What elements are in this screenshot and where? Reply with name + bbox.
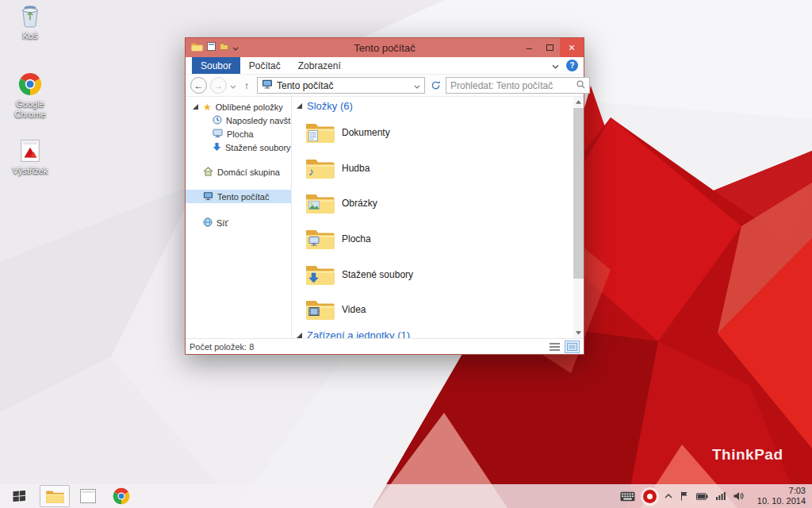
volume-icon[interactable] <box>733 491 745 501</box>
expander-icon[interactable] <box>193 104 198 110</box>
group-header-label: Zařízení a jednotky (1) <box>307 329 410 338</box>
desktop-icon-chrome[interactable]: Google Chrome <box>5 71 56 119</box>
address-breadcrumb[interactable]: Tento počítač <box>277 80 333 91</box>
window-body: ★ Oblíbené položky Naposledy navštívené <box>186 97 584 338</box>
view-toggles <box>547 341 580 353</box>
scroll-down-icon[interactable] <box>573 328 584 338</box>
maximize-button[interactable] <box>539 38 560 57</box>
battery-icon[interactable] <box>696 493 708 500</box>
address-dropdown-chevron-icon[interactable] <box>414 80 420 91</box>
taskbar-app-window[interactable] <box>73 485 103 507</box>
computer-icon <box>203 191 213 202</box>
app-window-icon <box>80 489 96 503</box>
new-folder-icon[interactable] <box>220 42 228 53</box>
desktop-icon <box>213 129 223 140</box>
sidebar-item-label: Stažené soubory <box>225 143 291 152</box>
desktop-icon-snippet[interactable]: Výstřižek <box>5 138 56 176</box>
search-input[interactable] <box>450 80 573 91</box>
film-strip-icon <box>308 307 320 316</box>
start-button[interactable] <box>0 484 38 508</box>
recent-pages-chevron-icon[interactable] <box>230 80 236 91</box>
navigation-bar: ← → ↑ Tento počítač <box>186 75 584 97</box>
icons-view-button[interactable] <box>565 341 580 353</box>
details-view-button[interactable] <box>547 341 562 353</box>
lenovo-utility-icon[interactable] <box>643 490 657 503</box>
chrome-icon <box>113 487 130 505</box>
clock-date: 10. 10. 2014 <box>757 496 806 506</box>
group-header-label: Složky (6) <box>307 100 353 112</box>
touch-keyboard-icon[interactable] <box>620 491 635 502</box>
qat-customize-chevron-icon[interactable] <box>232 42 239 53</box>
scroll-up-icon[interactable] <box>573 97 584 107</box>
tab-zobrazeni[interactable]: Zobrazení <box>289 57 350 74</box>
item-count-label: Počet položek: 8 <box>190 342 254 352</box>
caption-buttons: – × <box>519 38 584 57</box>
sidebar-item-desktop[interactable]: Plocha <box>186 127 291 140</box>
sidebar-item-label: Naposledy navštívené <box>226 116 292 125</box>
scrollbar-thumb[interactable] <box>573 108 584 279</box>
up-button[interactable]: ↑ <box>239 78 254 94</box>
snippet-file-icon <box>20 138 40 164</box>
group-header-devices[interactable]: Zařízení a jednotky (1) <box>297 329 410 338</box>
close-button[interactable]: × <box>560 38 584 57</box>
folder-item-obrazky[interactable]: Obrázky <box>304 187 377 219</box>
network-signal-icon[interactable] <box>716 492 726 500</box>
status-bar: Počet položek: 8 <box>186 338 584 354</box>
sidebar-item-network[interactable]: Síť <box>186 216 291 229</box>
taskbar-file-explorer[interactable] <box>40 485 70 507</box>
sidebar-item-this-pc[interactable]: Tento počítač <box>186 190 291 203</box>
action-center-flag-icon[interactable] <box>680 491 688 501</box>
refresh-button[interactable] <box>428 80 442 90</box>
desktop-icon-label: Výstřižek <box>13 166 48 176</box>
back-button[interactable]: ← <box>190 77 207 94</box>
folder-label: Obrázky <box>342 198 377 209</box>
desktop-icon-label: Koš <box>23 31 38 41</box>
minimize-button[interactable]: – <box>519 38 539 57</box>
clock-time: 7:03 <box>757 486 806 496</box>
folder-item-plocha[interactable]: Plocha <box>304 223 371 255</box>
search-box <box>446 77 590 94</box>
folder-item-videa[interactable]: Videa <box>304 294 366 325</box>
sidebar-item-homegroup[interactable]: Domácí skupina <box>186 165 291 179</box>
ribbon-collapse-chevron-icon[interactable] <box>552 60 559 71</box>
quick-access-toolbar <box>186 42 239 54</box>
title-bar[interactable]: Tento počítač – × <box>186 38 584 57</box>
windows-logo-icon <box>13 491 26 502</box>
navigation-pane: ★ Oblíbené položky Naposledy navštívené <box>186 97 292 338</box>
taskbar-clock[interactable]: 7:03 10. 10. 2014 <box>753 486 806 506</box>
sidebar-item-favorites[interactable]: ★ Oblíbené položky <box>186 100 291 114</box>
folder-label: Hudba <box>342 163 370 174</box>
folder-item-stazene-soubory[interactable]: Stažené soubory <box>304 259 413 291</box>
folder-item-hudba[interactable]: ♪ Hudba <box>304 152 370 184</box>
picture-icon <box>308 201 320 210</box>
group-header-folders[interactable]: Složky (6) <box>297 100 353 112</box>
properties-icon[interactable] <box>207 42 216 53</box>
group-expander-icon <box>297 103 302 109</box>
taskbar-chrome[interactable] <box>106 485 136 507</box>
sidebar-spacer <box>186 203 291 216</box>
folder-label: Videa <box>342 304 366 315</box>
help-button[interactable]: ? <box>566 60 578 71</box>
explorer-window: Tento počítač – × Soubor Počítač Zobraze… <box>185 37 584 355</box>
explorer-app-icon <box>191 42 203 54</box>
forward-button[interactable]: → <box>210 77 227 94</box>
desktop-icon-recycle-bin[interactable]: Koš <box>5 3 56 41</box>
network-icon <box>203 217 213 229</box>
tab-soubor[interactable]: Soubor <box>192 57 240 74</box>
sidebar-item-downloads[interactable]: Stažené soubory <box>186 140 291 154</box>
search-icon <box>576 80 585 91</box>
folder-label: Plocha <box>342 233 371 244</box>
downloads-icon <box>213 142 221 153</box>
ribbon-right-controls: ? <box>552 57 578 74</box>
sidebar-item-recent[interactable]: Naposledy navštívené <box>186 114 291 127</box>
vertical-scrollbar[interactable] <box>573 97 584 338</box>
file-explorer-icon <box>45 489 64 504</box>
folder-item-dokumenty[interactable]: Dokumenty <box>304 117 390 148</box>
system-tray: 7:03 10. 10. 2014 <box>620 484 812 508</box>
sidebar-item-label: Plocha <box>227 129 254 139</box>
address-bar[interactable]: Tento počítač <box>257 77 425 94</box>
tab-pocitac[interactable]: Počítač <box>240 57 289 74</box>
monitor-icon <box>308 237 320 246</box>
homegroup-icon <box>203 167 213 178</box>
show-hidden-icons-chevron[interactable] <box>665 494 672 498</box>
